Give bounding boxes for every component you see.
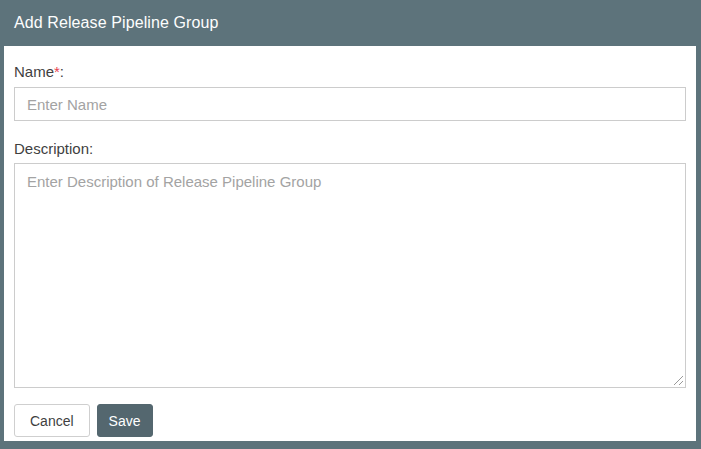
add-release-pipeline-group-dialog: Add Release Pipeline Group Name*: Descri…: [0, 0, 701, 449]
name-label-text: Name: [14, 63, 54, 80]
description-label-colon: :: [89, 140, 93, 157]
resize-handle-icon[interactable]: [673, 375, 684, 386]
name-label: Name*:: [14, 63, 686, 81]
name-input[interactable]: [14, 87, 686, 121]
save-button[interactable]: Save: [97, 404, 153, 437]
description-label: Description:: [14, 140, 686, 158]
description-textarea-wrap: [14, 163, 686, 388]
dialog-body: Name*: Description: Cancel Save: [4, 46, 696, 441]
name-label-colon: :: [60, 63, 64, 80]
dialog-title: Add Release Pipeline Group: [14, 14, 219, 32]
description-textarea[interactable]: [14, 163, 686, 388]
dialog-header: Add Release Pipeline Group: [0, 0, 701, 46]
description-label-text: Description: [14, 140, 89, 157]
dialog-button-row: Cancel Save: [14, 404, 686, 437]
cancel-button[interactable]: Cancel: [14, 404, 90, 437]
